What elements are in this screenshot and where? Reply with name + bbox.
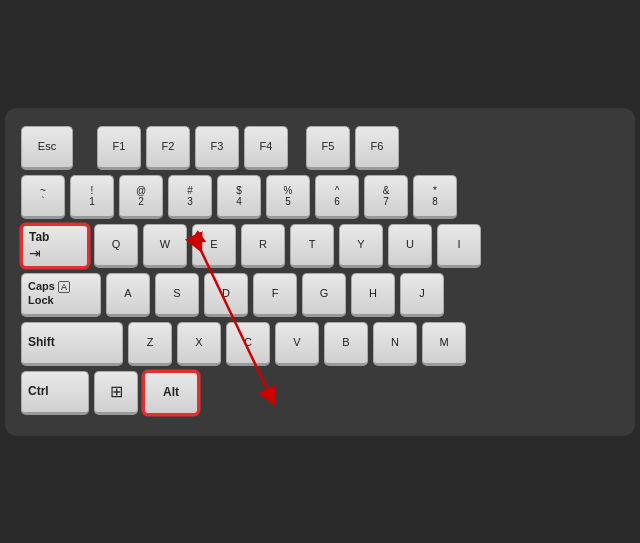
key-f1[interactable]: F1 <box>97 126 141 170</box>
key-f3[interactable]: F3 <box>195 126 239 170</box>
qwerty-row: Tab ⇥ Q W E R T Y U I <box>21 224 619 268</box>
key-s[interactable]: S <box>155 273 199 317</box>
key-label: Esc <box>38 140 56 153</box>
function-row: Esc F1 F2 F3 F4 F5 F6 <box>21 126 619 170</box>
asdf-row: Caps A Lock A S D F G H J <box>21 273 619 317</box>
key-u[interactable]: U <box>388 224 432 268</box>
key-y[interactable]: Y <box>339 224 383 268</box>
key-5[interactable]: % 5 <box>266 175 310 219</box>
key-z[interactable]: Z <box>128 322 172 366</box>
key-alt[interactable]: Alt <box>143 371 199 415</box>
key-f4[interactable]: F4 <box>244 126 288 170</box>
key-x[interactable]: X <box>177 322 221 366</box>
key-1[interactable]: ! 1 <box>70 175 114 219</box>
key-v[interactable]: V <box>275 322 319 366</box>
key-t[interactable]: T <box>290 224 334 268</box>
key-i[interactable]: I <box>437 224 481 268</box>
key-tab[interactable]: Tab ⇥ <box>21 224 89 268</box>
key-7[interactable]: & 7 <box>364 175 408 219</box>
key-d[interactable]: D <box>204 273 248 317</box>
key-2[interactable]: @ 2 <box>119 175 163 219</box>
key-esc[interactable]: Esc <box>21 126 73 170</box>
key-tilde[interactable]: ~ ` <box>21 175 65 219</box>
key-j[interactable]: J <box>400 273 444 317</box>
number-row: ~ ` ! 1 @ 2 # 3 $ 4 % 5 ^ 6 & 7 <box>21 175 619 219</box>
key-f[interactable]: F <box>253 273 297 317</box>
key-f2[interactable]: F2 <box>146 126 190 170</box>
key-g[interactable]: G <box>302 273 346 317</box>
key-ctrl[interactable]: Ctrl <box>21 371 89 415</box>
key-q[interactable]: Q <box>94 224 138 268</box>
bottom-row: Ctrl ⊞ Alt <box>21 371 619 415</box>
key-n[interactable]: N <box>373 322 417 366</box>
key-8[interactable]: * 8 <box>413 175 457 219</box>
key-capslock[interactable]: Caps A Lock <box>21 273 101 317</box>
key-shift-left[interactable]: Shift <box>21 322 123 366</box>
keyboard: Esc F1 F2 F3 F4 F5 F6 ~ ` ! 1 @ 2 # 3 $ … <box>5 108 635 436</box>
zxcv-row: Shift Z X C V B N M <box>21 322 619 366</box>
key-b[interactable]: B <box>324 322 368 366</box>
key-3[interactable]: # 3 <box>168 175 212 219</box>
key-win[interactable]: ⊞ <box>94 371 138 415</box>
key-4[interactable]: $ 4 <box>217 175 261 219</box>
key-a[interactable]: A <box>106 273 150 317</box>
key-m[interactable]: M <box>422 322 466 366</box>
key-e[interactable]: E <box>192 224 236 268</box>
key-w[interactable]: W <box>143 224 187 268</box>
key-f6[interactable]: F6 <box>355 126 399 170</box>
key-r[interactable]: R <box>241 224 285 268</box>
key-6[interactable]: ^ 6 <box>315 175 359 219</box>
key-h[interactable]: H <box>351 273 395 317</box>
key-c[interactable]: C <box>226 322 270 366</box>
key-f5[interactable]: F5 <box>306 126 350 170</box>
